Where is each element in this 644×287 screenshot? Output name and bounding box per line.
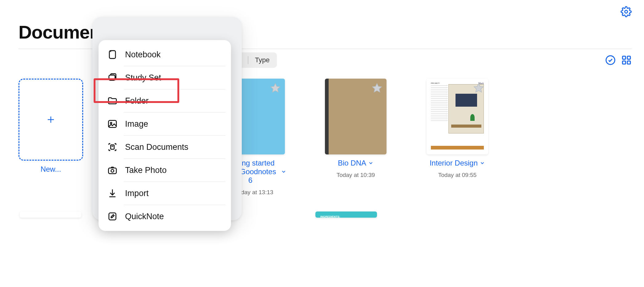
doc-menu-chevron[interactable]: [368, 160, 374, 166]
view-grid-button[interactable]: [621, 55, 632, 65]
menu-item-scan[interactable]: Scan Documents: [107, 136, 231, 158]
cards-icon: [107, 72, 118, 83]
cover-illustration: INGREDIENTS:: [317, 213, 375, 216]
doc-title[interactable]: Bio DNA: [338, 159, 374, 167]
sort-sep: [248, 56, 248, 64]
menu-item-folder[interactable]: Folder: [107, 89, 231, 112]
doc-tile-bio-dna[interactable]: Bio DNA Today at 10:39: [323, 79, 388, 178]
svg-rect-13: [109, 213, 116, 220]
plus-icon: [46, 115, 55, 124]
settings-button[interactable]: [621, 13, 632, 18]
doc-cover[interactable]: [325, 79, 387, 154]
sort-type[interactable]: Type: [249, 54, 276, 67]
image-icon: [107, 119, 118, 129]
star-icon: [269, 82, 281, 94]
doc-cover[interactable]: PROJECT: Marit: [427, 79, 488, 154]
menu-item-label: Import: [125, 189, 149, 198]
favorite-toggle[interactable]: [269, 82, 281, 94]
menu-item-label: Folder: [125, 96, 149, 106]
gear-icon: [621, 6, 632, 17]
svg-rect-2: [622, 56, 626, 59]
svg-rect-3: [627, 56, 630, 59]
menu-item-study-set[interactable]: Study Set: [107, 66, 231, 89]
menu-item-take-photo[interactable]: Take Photo: [107, 159, 231, 182]
select-mode-button[interactable]: [605, 55, 616, 65]
svg-rect-10: [111, 145, 114, 149]
cover-project-label: PROJECT:: [431, 82, 440, 84]
menu-item-image[interactable]: Image: [107, 113, 231, 135]
edit-square-icon: [107, 211, 118, 222]
doc-subtitle: Today at 09:55: [438, 172, 477, 178]
svg-rect-4: [622, 61, 626, 64]
chevron-down-icon: [281, 169, 286, 174]
new-tile[interactable]: New...: [18, 79, 83, 174]
svg-rect-7: [109, 75, 115, 80]
favorite-toggle[interactable]: [473, 82, 484, 94]
camera-icon: [107, 165, 118, 175]
notebook-icon: [107, 49, 118, 60]
doc-subtitle: Today at 10:39: [337, 172, 375, 178]
svg-point-12: [111, 170, 114, 172]
star-icon: [371, 82, 383, 94]
doc-title[interactable]: Interior Design: [430, 159, 485, 167]
menu-item-label: Notebook: [125, 50, 161, 59]
menu-item-import[interactable]: Import: [107, 182, 231, 205]
new-tile-label: New...: [41, 165, 61, 174]
download-icon: [107, 188, 118, 199]
chevron-down-icon: [368, 160, 374, 166]
svg-rect-5: [627, 61, 630, 64]
check-circle-icon: [605, 55, 616, 65]
favorite-toggle[interactable]: [371, 82, 383, 94]
menu-item-label: QuickNote: [125, 212, 164, 221]
star-icon: [473, 82, 484, 94]
menu-item-label: Image: [125, 119, 148, 129]
menu-item-label: Scan Documents: [125, 142, 188, 152]
folder-icon: [107, 96, 118, 106]
new-tile-cover[interactable]: [18, 79, 83, 161]
svg-point-9: [110, 122, 112, 124]
doc-title-text: Bio DNA: [338, 159, 366, 167]
menu-item-label: Study Set: [125, 73, 161, 83]
doc-cover-peek[interactable]: [20, 211, 81, 218]
menu-item-quicknote[interactable]: QuickNote: [107, 205, 231, 228]
menu-item-label: Take Photo: [125, 166, 167, 175]
doc-menu-chevron[interactable]: [480, 160, 485, 166]
svg-rect-11: [108, 168, 116, 174]
doc-cover-peek[interactable]: INGREDIENTS:: [315, 211, 377, 218]
doc-title-text: Interior Design: [430, 159, 478, 167]
scan-icon: [107, 142, 118, 152]
doc-menu-chevron[interactable]: [281, 169, 286, 174]
svg-point-0: [625, 10, 628, 13]
grid-icon: [621, 55, 632, 65]
cover-ingredients-label: INGREDIENTS:: [320, 215, 340, 218]
menu-item-notebook[interactable]: Notebook: [99, 43, 231, 66]
doc-tile-interior-design[interactable]: PROJECT: Marit Interior Design Today at …: [425, 79, 490, 178]
chevron-down-icon: [480, 160, 485, 166]
new-menu-popover: Notebook Study Set Folder Image Scan Doc…: [99, 40, 231, 231]
